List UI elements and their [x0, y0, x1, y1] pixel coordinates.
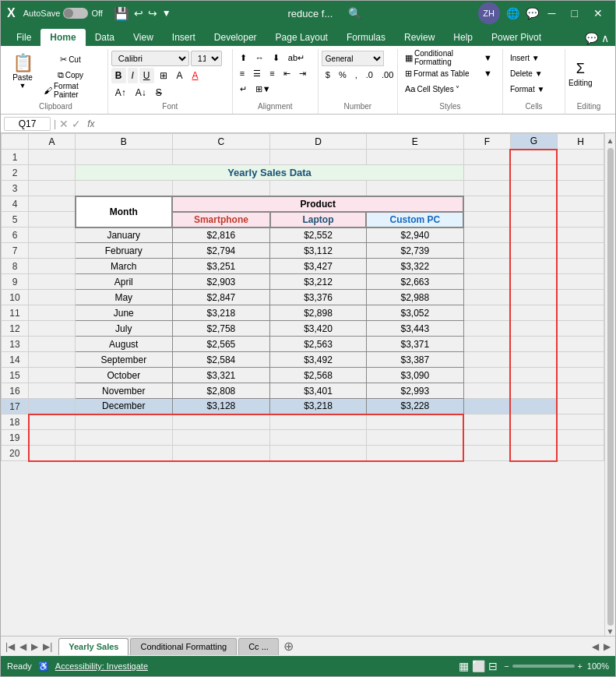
cell-laptop-header[interactable]: Laptop	[270, 212, 366, 227]
cell-H20[interactable]	[557, 446, 604, 461]
cell-H2[interactable]	[557, 165, 604, 181]
cell-A14[interactable]	[29, 352, 76, 368]
cell-B15[interactable]: October	[76, 368, 173, 383]
autosave-toggle[interactable]	[63, 8, 88, 19]
comma-button[interactable]: ,	[351, 68, 361, 82]
format-as-table-button[interactable]: ⊞ Format as Table ▼	[401, 66, 496, 80]
cell-F15[interactable]	[463, 368, 510, 383]
cell-G13[interactable]	[510, 337, 557, 352]
cell-C6[interactable]: $2,816	[172, 227, 270, 243]
confirm-formula-button[interactable]: ✓	[72, 118, 81, 130]
cell-G17[interactable]	[510, 399, 557, 414]
cell-C8[interactable]: $3,251	[172, 259, 270, 274]
cell-D7[interactable]: $3,112	[270, 243, 366, 259]
cell-H14[interactable]	[557, 352, 604, 368]
cell-E19[interactable]	[366, 430, 463, 446]
close-button[interactable]: ✕	[587, 5, 609, 21]
tab-formulas[interactable]: Formulas	[337, 29, 395, 46]
paste-button[interactable]: 📋 Paste ▼	[7, 51, 38, 91]
cell-D8[interactable]: $3,427	[270, 259, 366, 274]
cell-G20[interactable]	[510, 446, 557, 461]
underline-button[interactable]: U	[139, 68, 154, 83]
sheet-nav-next[interactable]: ▶	[30, 640, 40, 654]
undo-icon[interactable]: ↩	[134, 7, 143, 19]
cell-custompc-header[interactable]: Custom PC	[366, 212, 463, 227]
cell-G12[interactable]	[510, 321, 557, 337]
cell-A13[interactable]	[29, 337, 76, 352]
cell-styles-button[interactable]: Aa Cell Styles ˅	[401, 82, 496, 96]
cell-A3[interactable]	[29, 181, 76, 196]
merge-button[interactable]: ⊞▼	[252, 82, 275, 96]
cell-F11[interactable]	[463, 305, 510, 321]
cell-G15[interactable]	[510, 368, 557, 383]
col-header-E[interactable]: E	[366, 134, 463, 150]
cell-C20[interactable]	[172, 446, 270, 461]
cell-B16[interactable]: November	[76, 383, 173, 399]
cell-E3[interactable]	[366, 181, 463, 196]
sheet-tab-cc[interactable]: Cc ...	[238, 638, 279, 655]
align-top-button[interactable]: ⬆	[236, 51, 251, 65]
cell-E11[interactable]: $3,052	[366, 305, 463, 321]
cell-H18[interactable]	[557, 414, 604, 430]
cell-G4[interactable]	[510, 196, 557, 212]
col-header-F[interactable]: F	[463, 134, 510, 150]
cell-E20[interactable]	[366, 446, 463, 461]
cell-A7[interactable]	[29, 243, 76, 259]
strikethrough-button[interactable]: S	[152, 85, 166, 100]
cell-E13[interactable]: $3,371	[366, 337, 463, 352]
col-header-A[interactable]: A	[29, 134, 76, 150]
tab-insert[interactable]: Insert	[163, 29, 205, 46]
cell-H16[interactable]	[557, 383, 604, 399]
row-num-1[interactable]: 1	[2, 150, 29, 165]
cell-D10[interactable]: $3,376	[270, 290, 366, 305]
font-color-button[interactable]: A	[188, 68, 202, 83]
cell-B13[interactable]: August	[76, 337, 173, 352]
row-num-9[interactable]: 9	[2, 274, 29, 290]
cell-G6[interactable]	[510, 227, 557, 243]
cell-D20[interactable]	[270, 446, 366, 461]
col-header-G[interactable]: G	[510, 134, 557, 150]
cell-B10[interactable]: May	[76, 290, 173, 305]
zoom-in-button[interactable]: +	[578, 661, 583, 671]
font-family-select[interactable]: Calibri	[111, 51, 189, 66]
cell-E1[interactable]	[366, 150, 463, 165]
cell-G10[interactable]	[510, 290, 557, 305]
cell-C11[interactable]: $3,218	[172, 305, 270, 321]
cell-C18[interactable]	[172, 414, 270, 430]
zoom-slider[interactable]	[512, 665, 575, 668]
row-num-20[interactable]: 20	[2, 446, 29, 461]
cell-D13[interactable]: $2,563	[270, 337, 366, 352]
indent-increase-button[interactable]: ⇥	[295, 66, 310, 80]
cell-F3[interactable]	[463, 181, 510, 196]
cell-D6[interactable]: $2,552	[270, 227, 366, 243]
cell-F5[interactable]	[463, 212, 510, 227]
maximize-button[interactable]: □	[565, 5, 584, 21]
cell-G3[interactable]	[510, 181, 557, 196]
cell-B6[interactable]: January	[76, 227, 173, 243]
format-cells-button[interactable]: Format ▼	[506, 82, 548, 96]
cell-A16[interactable]	[29, 383, 76, 399]
cell-E16[interactable]: $2,993	[366, 383, 463, 399]
format-painter-button[interactable]: 🖌 Format Painter	[40, 83, 101, 97]
cell-D3[interactable]	[270, 181, 366, 196]
zoom-out-button[interactable]: −	[504, 661, 509, 671]
save-icon[interactable]: 💾	[114, 6, 129, 21]
cell-C10[interactable]: $2,847	[172, 290, 270, 305]
cell-title[interactable]: Yearly Sales Data	[76, 165, 464, 181]
copy-button[interactable]: ⧉ Copy	[40, 68, 101, 82]
italic-button[interactable]: I	[128, 68, 138, 83]
wrap-text-button[interactable]: ↵	[236, 82, 251, 96]
cell-C7[interactable]: $2,794	[172, 243, 270, 259]
cell-F17[interactable]	[463, 399, 510, 414]
search-icon[interactable]: 🔍	[348, 7, 361, 19]
tab-page-layout[interactable]: Page Layout	[266, 29, 337, 46]
row-num-10[interactable]: 10	[2, 290, 29, 305]
cell-H13[interactable]	[557, 337, 604, 352]
bold-button[interactable]: B	[111, 68, 126, 83]
cell-B17[interactable]: December	[76, 399, 173, 414]
cell-A19[interactable]	[29, 430, 76, 446]
cell-B7[interactable]: February	[76, 243, 173, 259]
indent-decrease-button[interactable]: ⇤	[280, 66, 294, 80]
row-num-18[interactable]: 18	[2, 414, 29, 430]
conditional-formatting-button[interactable]: ▦ Conditional Formatting ▼	[401, 51, 496, 65]
